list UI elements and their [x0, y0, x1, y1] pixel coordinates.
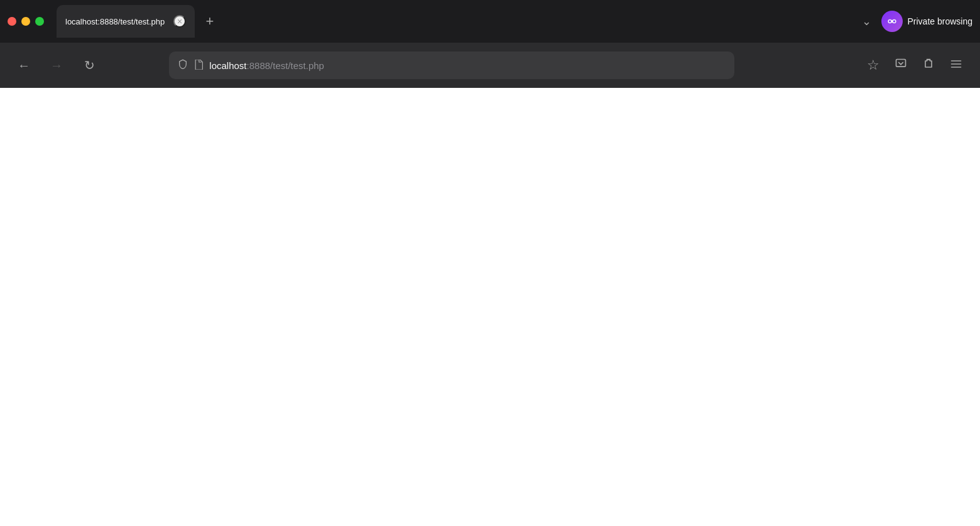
maximize-window-button[interactable] — [35, 17, 44, 26]
traffic-lights — [8, 17, 44, 26]
minimize-window-button[interactable] — [21, 17, 30, 26]
tab-title: localhost:8888/test/test.php — [65, 17, 167, 26]
star-icon: ☆ — [867, 57, 879, 73]
forward-button[interactable]: → — [45, 54, 68, 77]
hamburger-icon — [950, 58, 962, 73]
shield-icon — [178, 59, 188, 72]
tabs-dropdown-button[interactable]: ⌄ — [862, 14, 871, 28]
bookmark-button[interactable]: ☆ — [862, 54, 885, 77]
private-browsing-label: Private browsing — [908, 16, 973, 26]
tab-close-button[interactable]: × — [173, 15, 186, 28]
svg-point-4 — [893, 20, 895, 22]
svg-point-3 — [889, 20, 891, 22]
pocket-button[interactable] — [890, 54, 912, 77]
page-content — [0, 88, 980, 526]
svg-rect-5 — [896, 59, 905, 67]
address-bar[interactable]: localhost:8888/test/test.php — [169, 51, 734, 79]
url-path: :8888/test/test.php — [247, 60, 324, 71]
reload-button[interactable]: ↻ — [78, 54, 101, 77]
new-tab-button[interactable]: + — [200, 11, 220, 31]
url-display: localhost:8888/test/test.php — [209, 60, 726, 71]
page-icon — [194, 60, 203, 72]
mask-icon — [886, 15, 898, 28]
private-browsing-indicator[interactable]: Private browsing — [881, 11, 973, 32]
tab-bar: localhost:8888/test/test.php × + ⌄ Pr — [0, 0, 980, 43]
pocket-icon — [895, 58, 907, 73]
tab-bar-right: ⌄ Private browsing — [862, 11, 973, 32]
extensions-icon — [922, 58, 935, 73]
active-tab[interactable]: localhost:8888/test/test.php × — [57, 5, 195, 38]
nav-toolbar-right: ☆ — [862, 54, 967, 77]
back-button[interactable]: ← — [13, 54, 35, 77]
close-window-button[interactable] — [8, 17, 16, 26]
extensions-button[interactable] — [917, 54, 940, 77]
private-browsing-icon — [881, 11, 903, 32]
url-host: localhost — [209, 60, 246, 71]
menu-button[interactable] — [945, 54, 967, 77]
nav-bar: ← → ↻ localhost:8888/test/test.php — [0, 43, 980, 88]
